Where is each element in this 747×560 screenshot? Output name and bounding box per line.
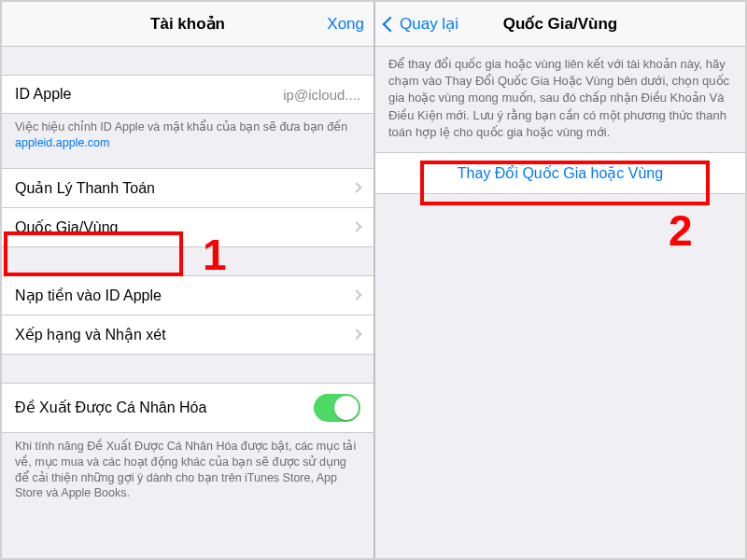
done-button[interactable]: Xong xyxy=(317,2,374,46)
navbar: Quay lại Quốc Gia/Vùng xyxy=(375,2,745,47)
account-settings-pane: Tài khoản Xong ID Apple ip@icloud.... Vi… xyxy=(2,2,374,558)
nav-title: Quốc Gia/Vùng xyxy=(503,14,617,34)
apple-id-footer-text: Việc hiệu chỉnh ID Apple và mật khẩu của… xyxy=(15,120,347,133)
change-country-button[interactable]: Thay Đổi Quốc Gia hoặc Vùng xyxy=(375,152,745,194)
spacer xyxy=(2,247,374,275)
personalized-recommendations-row: Đề Xuất Được Cá Nhân Hóa xyxy=(2,383,374,433)
apple-id-link[interactable]: appleid.apple.com xyxy=(15,136,109,149)
apple-id-value: ip@icloud.... xyxy=(283,87,360,103)
chevron-left-icon xyxy=(385,15,396,34)
row-label: Quản Lý Thanh Toán xyxy=(15,179,344,197)
back-label: Quay lại xyxy=(400,14,458,34)
country-region-pane: Quay lại Quốc Gia/Vùng Để thay đổi quốc … xyxy=(374,2,745,558)
add-funds-row[interactable]: Nạp tiền vào ID Apple xyxy=(2,275,374,315)
annotation-number-2: 2 xyxy=(669,205,693,256)
spacer xyxy=(2,47,374,75)
spacer xyxy=(2,355,374,383)
row-label: Quốc Gia/Vùng xyxy=(15,218,344,236)
ratings-reviews-row[interactable]: Xếp hạng và Nhận xét xyxy=(2,315,374,355)
apple-id-row[interactable]: ID Apple ip@icloud.... xyxy=(2,75,374,114)
personalized-footer: Khi tính năng Đề Xuất Được Cá Nhân Hóa đ… xyxy=(2,433,374,502)
manage-payments-row[interactable]: Quản Lý Thanh Toán xyxy=(2,168,374,207)
apple-id-label: ID Apple xyxy=(15,86,283,103)
country-region-row[interactable]: Quốc Gia/Vùng xyxy=(2,207,374,247)
chevron-right-icon xyxy=(351,183,361,193)
back-button[interactable]: Quay lại xyxy=(375,2,468,46)
tutorial-screenshot: Tài khoản Xong ID Apple ip@icloud.... Vi… xyxy=(0,0,747,560)
navbar: Tài khoản Xong xyxy=(2,2,374,47)
row-label: Nạp tiền vào ID Apple xyxy=(15,287,344,304)
chevron-right-icon xyxy=(351,290,361,301)
nav-title: Tài khoản xyxy=(150,14,225,34)
chevron-right-icon xyxy=(351,222,361,232)
row-label: Đề Xuất Được Cá Nhân Hóa xyxy=(15,399,314,416)
apple-id-footer: Việc hiệu chỉnh ID Apple và mật khẩu của… xyxy=(2,114,374,151)
country-change-description: Để thay đổi quốc gia hoặc vùng liên kết … xyxy=(375,47,745,152)
personalized-toggle[interactable] xyxy=(314,394,360,422)
chevron-right-icon xyxy=(351,329,361,340)
spacer xyxy=(2,151,374,168)
row-label: Xếp hạng và Nhận xét xyxy=(15,326,344,343)
